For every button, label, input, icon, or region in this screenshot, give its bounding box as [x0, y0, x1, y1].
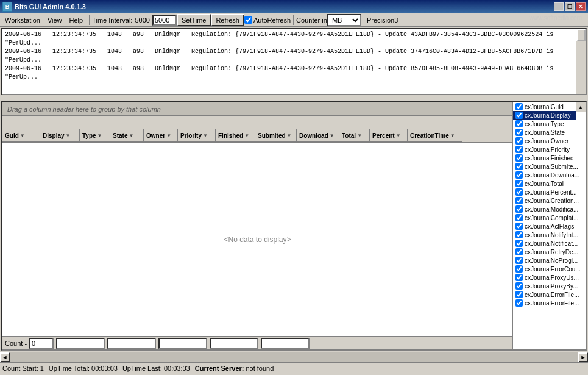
col-selector-checkbox[interactable]: [515, 274, 523, 281]
col-header-download[interactable]: Download ▼: [297, 129, 339, 142]
col-selector-label: cxJournalErrorFile...: [525, 300, 579, 307]
col-header-state[interactable]: State ▼: [110, 129, 144, 142]
grid-container: Drag a column header here to group by th…: [1, 101, 587, 351]
col-dropdown-display[interactable]: ▼: [66, 133, 71, 138]
col-selector-item[interactable]: cxJournalGuid: [513, 102, 576, 111]
col-selector-item[interactable]: cxJournalOwner: [513, 137, 586, 145]
log-scrollbar[interactable]: [576, 29, 586, 94]
col-selector-item[interactable]: cxJournalNotificat...: [513, 239, 586, 248]
col-selector-checkbox[interactable]: [515, 180, 523, 187]
col-header-percent[interactable]: Percent ▼: [370, 129, 408, 142]
restore-button[interactable]: ❐: [565, 2, 575, 11]
col-selector-item[interactable]: cxJournalErrorFile...: [513, 290, 586, 299]
log-scrollbar-thumb[interactable]: [576, 29, 586, 41]
col-header-type[interactable]: Type ▼: [80, 129, 110, 142]
col-dropdown-owner[interactable]: ▼: [166, 133, 171, 138]
col-selector-checkbox[interactable]: [515, 282, 523, 290]
counter-in-select[interactable]: MB KB Bytes: [327, 14, 361, 26]
count-input[interactable]: [29, 338, 54, 349]
col-header-priority[interactable]: Priority ▼: [178, 129, 216, 142]
col-dropdown-percent[interactable]: ▼: [396, 133, 401, 138]
col-selector-checkbox[interactable]: [515, 137, 523, 145]
col-selector-checkbox[interactable]: [515, 240, 523, 247]
col-selector-item[interactable]: cxJournalModifica...: [513, 205, 586, 213]
col-dropdown-download[interactable]: ▼: [330, 133, 335, 138]
col-dropdown-total[interactable]: ▼: [357, 133, 362, 138]
col-header-display[interactable]: Display ▼: [40, 129, 80, 142]
col-selector-item[interactable]: cxJournalComplat...: [513, 213, 586, 222]
separator-1: [89, 15, 90, 25]
col-selector-item[interactable]: cxJournalState: [513, 128, 586, 137]
settime-button[interactable]: SetTime: [177, 14, 211, 26]
col-selector-item[interactable]: cxJournalPercent...: [513, 188, 586, 196]
col-header-finished[interactable]: Finished ▼: [216, 129, 255, 142]
col-selector-checkbox[interactable]: [515, 205, 523, 213]
col-dropdown-guid[interactable]: ▼: [20, 133, 25, 138]
col-selector-checkbox[interactable]: [515, 223, 523, 230]
col-selector-item[interactable]: cxJournalDownloa...: [513, 171, 586, 179]
col-selector-item[interactable]: cxJournalNotifyInt...: [513, 230, 586, 239]
col-selector-checkbox[interactable]: [515, 291, 523, 298]
col-selector-checkbox[interactable]: [515, 188, 523, 196]
col-selector-item[interactable]: cxJournalSubmite...: [513, 162, 586, 171]
col-selector-item[interactable]: cxJournalNoProgi...: [513, 256, 586, 265]
col-selector-checkbox[interactable]: [515, 231, 523, 238]
col-selector-checkbox[interactable]: [515, 120, 523, 127]
col-selector-item[interactable]: cxJournalFinished: [513, 154, 586, 162]
col-header-submitted[interactable]: Submited ▼: [255, 129, 297, 142]
col-selector-checkbox[interactable]: [515, 171, 523, 179]
col-selector-item[interactable]: cxJournalTotal: [513, 179, 586, 188]
col-selector-checkbox[interactable]: [515, 265, 523, 273]
col-header-guid[interactable]: Guid ▼: [2, 129, 40, 142]
col-selector-checkbox[interactable]: [515, 248, 523, 255]
time-interval-input[interactable]: [152, 15, 177, 26]
col-dropdown-type[interactable]: ▼: [97, 133, 102, 138]
col-selector-item[interactable]: cxJournalPriority: [513, 145, 586, 154]
menu-view[interactable]: View: [44, 15, 66, 25]
col-header-owner[interactable]: Owner ▼: [144, 129, 178, 142]
col-selector-item[interactable]: cxJournalDisplay: [513, 111, 576, 120]
col-header-creationtime[interactable]: CreationTime ▼: [408, 129, 462, 142]
col-dropdown-finished[interactable]: ▼: [244, 133, 249, 138]
col-selector-checkbox[interactable]: [515, 197, 523, 204]
menu-workstation[interactable]: Workstation: [1, 15, 44, 25]
col-selector-checkbox[interactable]: [515, 154, 523, 162]
menu-help[interactable]: Help: [66, 15, 87, 25]
col-selector-checkbox[interactable]: [515, 103, 523, 110]
col-selector-item[interactable]: cxJournalProxyBy...: [513, 282, 586, 290]
col-dropdown-submitted[interactable]: ▼: [287, 133, 292, 138]
count-spacer-5: [261, 338, 310, 349]
autorefresh-label: AutoRefresh: [253, 16, 291, 24]
col-selector-item[interactable]: cxJournalCreation...: [513, 196, 586, 205]
hscroll-track[interactable]: [10, 352, 578, 362]
hscroll-left-button[interactable]: ◄: [0, 352, 10, 362]
col-selector-item[interactable]: cxJournalAclFlags: [513, 222, 586, 230]
precision-value: 3: [394, 16, 398, 24]
col-selector-item[interactable]: cxJournalProxyUs...: [513, 273, 586, 282]
col-selector-checkbox[interactable]: [515, 299, 523, 307]
col-selector-checkbox[interactable]: [515, 163, 523, 170]
col-selector-checkbox[interactable]: [515, 257, 523, 264]
col-selector-scroll-up[interactable]: ▲: [576, 102, 586, 112]
col-selector-label: cxJournalOwner: [525, 138, 569, 145]
col-dropdown-priority[interactable]: ▼: [203, 133, 208, 138]
col-selector-item[interactable]: cxJournalRetryDe...: [513, 248, 586, 256]
log-date-0: 2009-06-16 12:23:34:735 1048 a98 DnldMgr…: [5, 31, 553, 46]
col-selector-item[interactable]: cxJournalErrorCou...: [513, 265, 586, 273]
close-button[interactable]: ✕: [576, 2, 586, 11]
col-selector-checkbox[interactable]: [515, 214, 523, 221]
col-dropdown-creationtime[interactable]: ▼: [450, 133, 455, 138]
col-header-total[interactable]: Total ▼: [339, 129, 370, 142]
autorefresh-checkbox[interactable]: [244, 16, 252, 24]
hscroll-right-button[interactable]: ►: [578, 352, 588, 362]
minimize-button[interactable]: _: [554, 2, 564, 11]
col-selector-checkbox[interactable]: [515, 129, 523, 136]
col-selector-item[interactable]: cxJournalErrorFile...: [513, 299, 586, 307]
col-selector-checkbox[interactable]: [515, 112, 523, 119]
col-dropdown-state[interactable]: ▼: [129, 133, 133, 138]
refresh-button[interactable]: Refresh: [211, 14, 244, 26]
col-selector-item[interactable]: cxJournalType: [513, 120, 586, 128]
toolbar-time-interval: Time Interval: 5000: [92, 15, 177, 26]
col-selector-checkbox[interactable]: [515, 146, 523, 153]
splitter-horizontal[interactable]: · · · · · · · · · · · · · · · · · ·: [0, 96, 588, 101]
